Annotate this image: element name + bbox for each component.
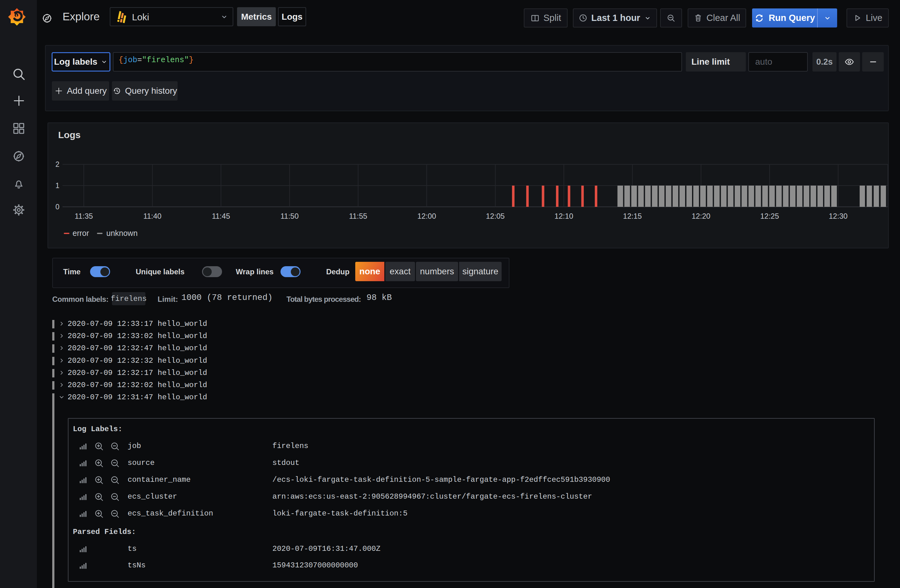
svg-text:12:10: 12:10 [554,212,573,220]
svg-text:11:45: 11:45 [212,212,230,220]
svg-text:0: 0 [55,203,59,211]
svg-text:2: 2 [55,160,59,169]
svg-text:12:05: 12:05 [486,212,505,220]
svg-text:12:15: 12:15 [623,212,642,220]
svg-text:11:35: 11:35 [75,212,93,220]
svg-text:12:25: 12:25 [760,212,779,220]
svg-text:12:30: 12:30 [829,212,847,220]
svg-text:12:20: 12:20 [692,212,711,220]
svg-text:1: 1 [55,181,59,190]
svg-text:error: error [73,229,89,237]
svg-text:11:50: 11:50 [281,212,299,220]
svg-text:11:40: 11:40 [143,212,161,220]
svg-text:11:55: 11:55 [349,212,367,220]
svg-text:unknown: unknown [106,229,138,237]
svg-text:12:00: 12:00 [417,212,436,220]
